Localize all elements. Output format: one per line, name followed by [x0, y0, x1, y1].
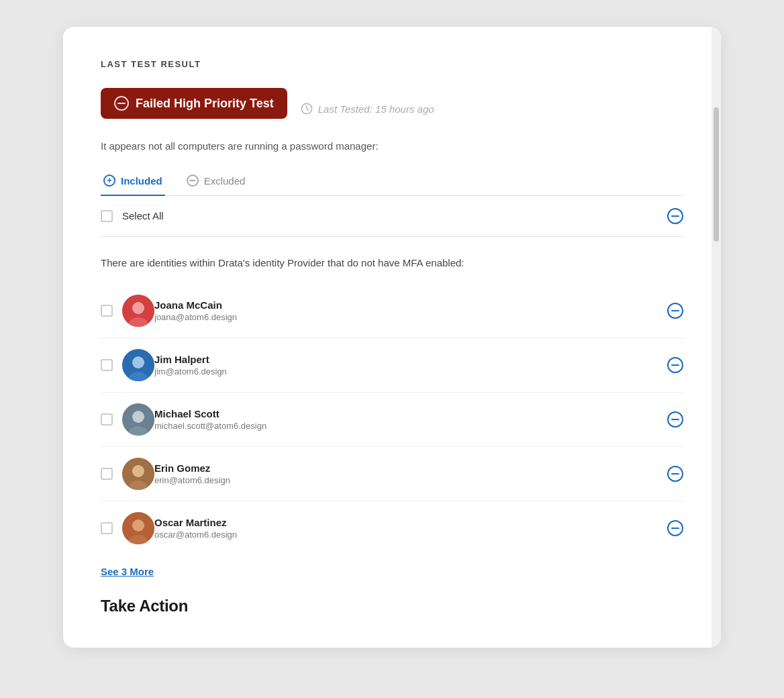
identity-info: Jim Halpert jim@atom6.design	[154, 354, 667, 377]
tab-excluded[interactable]: Excluded	[184, 168, 248, 196]
identity-item: Oscar Martinez oscar@atom6.design	[101, 501, 683, 555]
avatar	[122, 512, 154, 544]
identity-list: Joana McCain joana@atom6.design Jim Halp…	[101, 284, 683, 555]
identity-checkbox[interactable]	[101, 359, 113, 371]
exclude-button[interactable]	[667, 466, 683, 482]
identity-checkbox[interactable]	[101, 522, 113, 534]
tab-excluded-label: Excluded	[204, 175, 246, 187]
exclude-button[interactable]	[667, 520, 683, 536]
identity-name: Jim Halpert	[154, 354, 667, 365]
main-card: LAST TEST RESULT Failed High Priority Te…	[63, 27, 721, 648]
avatar	[122, 458, 154, 490]
scrollbar-thumb	[714, 107, 719, 242]
identity-item: Michael Scott michael.scott@atom6.design	[101, 393, 683, 447]
mfa-notice: There are identities within Drata's iden…	[101, 256, 683, 271]
svg-point-2	[132, 302, 144, 314]
avatar	[122, 295, 154, 327]
take-action-heading: Take Action	[101, 597, 683, 615]
exclude-button[interactable]	[667, 303, 683, 319]
identity-item: Joana McCain joana@atom6.design	[101, 284, 683, 338]
see-more-link[interactable]: See 3 More	[101, 566, 154, 577]
identity-info: Joana McCain joana@atom6.design	[154, 299, 667, 322]
last-tested: Last Tested: 15 hours ago	[301, 103, 434, 115]
section-title: LAST TEST RESULT	[101, 59, 683, 69]
scrollbar[interactable]	[712, 27, 721, 648]
identity-item: Erin Gomez erin@atom6.design	[101, 447, 683, 501]
status-badge-label: Failed High Priority Test	[136, 97, 274, 111]
tab-included-label: Included	[121, 175, 162, 187]
identity-info: Erin Gomez erin@atom6.design	[154, 462, 667, 485]
status-badge[interactable]: Failed High Priority Test	[101, 88, 287, 119]
avatar	[122, 349, 154, 381]
identity-checkbox[interactable]	[101, 468, 113, 480]
exclude-button[interactable]	[667, 411, 683, 428]
plus-circle-icon	[103, 174, 115, 187]
identity-name: Joana McCain	[154, 299, 667, 311]
exclude-button[interactable]	[667, 357, 683, 373]
svg-point-11	[132, 465, 144, 477]
identity-name: Michael Scott	[154, 408, 667, 419]
tabs: Included Excluded	[101, 168, 683, 196]
identity-email: jim@atom6.design	[154, 366, 667, 377]
identity-info: Oscar Martinez oscar@atom6.design	[154, 517, 667, 540]
minus-circle-gray-icon	[187, 174, 199, 187]
identity-checkbox[interactable]	[101, 305, 113, 317]
identity-item: Jim Halpert jim@atom6.design	[101, 338, 683, 393]
description-text: It appears not all computers are running…	[101, 140, 683, 152]
status-row: Failed High Priority Test Last Tested: 1…	[101, 88, 683, 130]
identity-email: erin@atom6.design	[154, 475, 667, 485]
identity-email: oscar@atom6.design	[154, 530, 667, 540]
svg-point-8	[132, 411, 144, 423]
select-all-label: Select All	[122, 210, 164, 221]
select-all-left: Select All	[101, 210, 164, 222]
identity-email: joana@atom6.design	[154, 312, 667, 322]
clock-icon	[301, 103, 313, 115]
avatar	[122, 403, 154, 436]
identity-name: Oscar Martinez	[154, 517, 667, 528]
identity-name: Erin Gomez	[154, 462, 667, 474]
select-all-checkbox[interactable]	[101, 210, 113, 222]
identity-info: Michael Scott michael.scott@atom6.design	[154, 408, 667, 431]
select-all-exclude-button[interactable]	[667, 208, 683, 224]
identity-email: michael.scott@atom6.design	[154, 421, 667, 431]
identity-checkbox[interactable]	[101, 413, 113, 426]
minus-circle-icon	[114, 96, 129, 111]
tab-included[interactable]: Included	[101, 168, 165, 196]
svg-point-14	[132, 519, 144, 532]
last-tested-text: Last Tested: 15 hours ago	[318, 103, 434, 115]
svg-point-5	[132, 356, 144, 368]
select-all-row: Select All	[101, 196, 683, 237]
